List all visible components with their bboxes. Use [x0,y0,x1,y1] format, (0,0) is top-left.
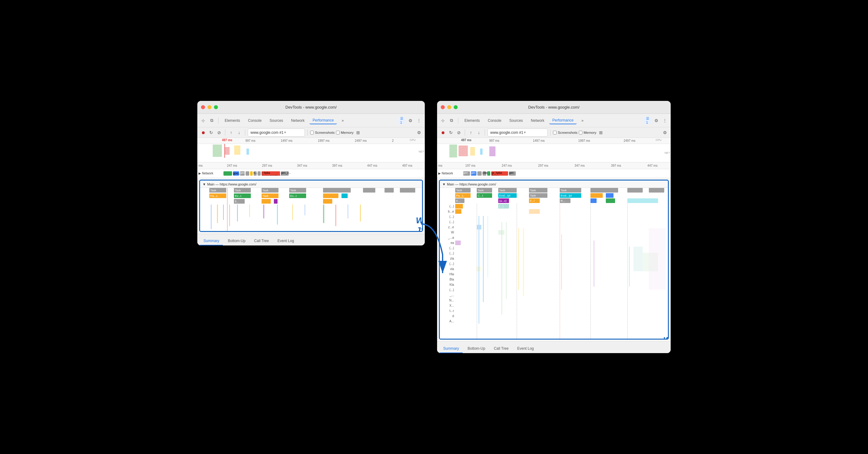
right-row-kla: Kla [440,282,668,287]
right-capture-icon[interactable]: ⚙ [661,129,668,136]
more-icon[interactable]: ⋮ [415,117,422,124]
time-ms: ms [198,164,215,167]
right-url-field[interactable]: www.google.com #1 ▼ [488,129,548,137]
left-tab-more[interactable]: » [339,117,347,124]
right-net-bar-1: gen [463,171,470,176]
right-memory-checkbox[interactable] [579,131,583,135]
right-annotation-text: With JS sampling [663,336,668,339]
screenshots-checkbox-group[interactable]: Screenshots [310,131,335,135]
right-tab-more[interactable]: » [579,117,587,124]
right-minimize-button[interactable] [447,105,451,109]
right-cursor-icon[interactable]: ⊹ [439,117,446,124]
right-screenshots-checkbox[interactable] [553,131,557,135]
left-timeline-overview: 497 ms 997 ms 1497 ms 1997 ms 2497 ms 2 … [197,138,425,162]
memory-icon2[interactable]: ⊞ [355,129,362,136]
record-icon[interactable]: ⏺ [200,129,207,136]
close-button[interactable] [201,105,205,109]
right-net-bar-6: gr_hpba (www... [491,171,508,176]
right-tab-performance[interactable]: Performance [549,117,577,124]
right-tab-network[interactable]: Network [528,117,548,124]
right-refresh-icon[interactable]: ↻ [447,129,454,136]
left-second-toolbar: ⏺ ↻ ⊘ ↑ ↓ www.google.com #1 ▼ Screenshot… [197,127,425,138]
right-bar-ze [477,225,481,229]
right-clear-icon[interactable]: ⊘ [456,129,462,136]
network-bars: goo... gen... n... ‹ hpba (www.google.co… [223,171,425,176]
clear-icon[interactable]: ⊘ [216,129,222,136]
cursor-icon[interactable]: ⊹ [200,117,207,124]
left-tab-performance[interactable]: Performance [310,117,337,124]
screenshots-checkbox[interactable] [310,131,314,135]
left-tab-console[interactable]: Console [245,117,265,124]
right-btab-eventlog[interactable]: Event Log [514,344,537,353]
time-mark-1497: 1497 ms [281,139,292,142]
url-field[interactable]: www.google.com #1 ▼ [248,129,305,137]
left-tab-network[interactable]: Network [288,117,308,124]
task-extra1 [323,194,338,198]
network-text: Network [202,172,213,175]
right-toolbar-sep2 [465,130,465,136]
right-tab-console[interactable]: Console [485,117,504,124]
right-network-label: ▶ Network [438,172,463,175]
right-memory-icon2[interactable]: ⊞ [597,129,604,136]
layers-icon[interactable]: ⧉ [208,117,215,124]
maximize-button[interactable] [214,105,218,109]
right-task-row1: Task Task Task Task Task [440,188,668,193]
right-bar-w [498,230,504,235]
right-record-icon[interactable]: ⏺ [439,129,446,136]
right-layers-icon[interactable]: ⧉ [448,117,455,124]
chat-icon[interactable]: ☰ 1 [398,117,405,124]
right-row-underscore: _... [440,292,668,298]
right-net-bar-3 [477,171,482,176]
right-btab-bottomup[interactable]: Bottom-Up [464,344,489,353]
minimize-button[interactable] [208,105,212,109]
settings-icon[interactable]: ⚙ [407,117,414,124]
right-row-dotdot4: (...) [440,246,668,251]
refresh-icon[interactable]: ↻ [208,129,215,136]
right-more-icon[interactable]: ⋮ [661,117,668,124]
left-btab-calltree[interactable]: Call Tree [250,237,273,246]
task-5 [323,188,351,193]
right-screenshots-checkbox-group[interactable]: Screenshots [553,131,578,135]
right-window-title: DevTools - www.google.com/ [528,105,580,110]
right-chat-icon[interactable]: ☰ 1 [644,117,651,124]
download-icon[interactable]: ↓ [236,129,243,136]
right-maximize-button[interactable] [454,105,458,109]
right-timeline-overview: 497 ms 997 ms 1497 ms 1997 ms 2497 ms CP… [437,138,671,162]
right-task-6 [590,188,618,193]
right-time-297: 297 ms [525,164,562,167]
net-bar-4 [246,171,249,176]
right-settings-icon[interactable]: ⚙ [653,117,660,124]
left-btab-summary[interactable]: Summary [200,237,223,246]
right-btab-calltree[interactable]: Call Tree [490,344,513,353]
right-memory-label: Memory [584,131,597,135]
right-net-bar-7: gen [509,171,516,176]
right-row-dotdot3: (...) [440,219,668,225]
right-upload-icon[interactable]: ↑ [467,129,474,136]
left-tab-elements[interactable]: Elements [222,117,243,124]
memory-checkbox[interactable] [336,131,340,135]
left-title-bar: DevTools - www.google.com/ [197,101,425,114]
task-3: Task [261,188,278,193]
right-time-ms: ms [438,164,452,167]
capture-icon[interactable]: ⚙ [415,129,422,136]
right-time-ruler-top: 497 ms 997 ms 1497 ms 1997 ms 2497 ms CP… [437,138,671,144]
right-url-text: www.google.com #1 [490,131,523,135]
right-download-icon[interactable]: ↓ [475,129,482,136]
right-time-347: 347 ms [562,164,598,167]
left-tab-sources[interactable]: Sources [267,117,286,124]
upload-icon[interactable]: ↑ [228,129,235,136]
time-247: 247 ms [215,164,250,167]
left-btab-eventlog[interactable]: Event Log [274,237,298,246]
right-window-controls [441,105,458,109]
right-tab-elements[interactable]: Elements [461,117,483,124]
right-tab-sources[interactable]: Sources [506,117,526,124]
right-label-1: (...) [440,204,455,208]
left-btab-bottomup[interactable]: Bottom-Up [224,237,249,246]
right-btab-summary[interactable]: Summary [439,344,463,353]
right-task-eval2: Eval...ipt [560,193,581,198]
right-memory-checkbox-group[interactable]: Memory [579,131,597,135]
right-toolbar-sep [458,117,458,124]
memory-checkbox-group[interactable]: Memory [336,131,354,135]
right-close-button[interactable] [441,105,445,109]
left-flame-header: ▼ Main — https://www.google.com/ [200,180,422,188]
